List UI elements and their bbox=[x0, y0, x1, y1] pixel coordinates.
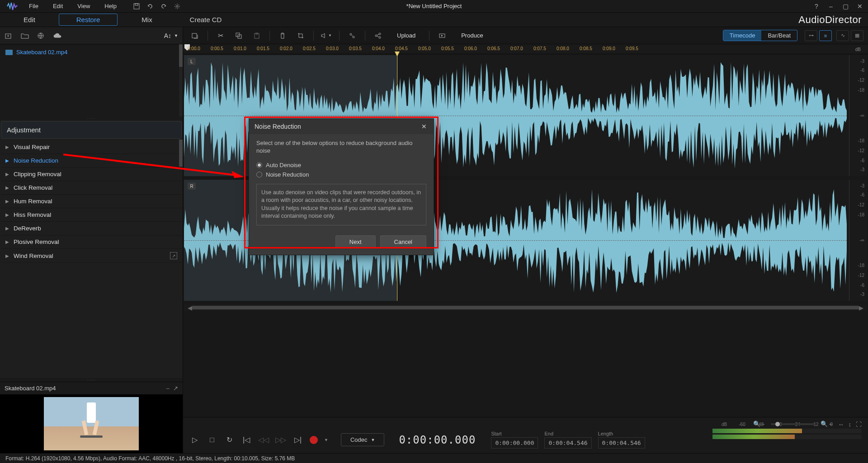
preview-video[interactable] bbox=[0, 394, 183, 453]
ruler-tick: 0:03.0 bbox=[326, 46, 339, 51]
skip-start-button[interactable]: |◁ bbox=[241, 435, 252, 445]
adj-hiss-removal[interactable]: ▶Hiss Removal bbox=[1, 208, 182, 222]
adj-hum-removal[interactable]: ▶Hum Removal bbox=[1, 195, 182, 208]
timecode-button[interactable]: Timecode bbox=[723, 30, 762, 41]
font-size-control[interactable]: A↕ bbox=[164, 32, 171, 39]
folder-icon[interactable] bbox=[21, 32, 29, 40]
timeline-ruler[interactable]: 0:00.00:00.50:01.00:01.50:02.00:02.50:03… bbox=[183, 44, 868, 54]
spectrogram-view-icon[interactable]: ▦ bbox=[851, 30, 863, 41]
effects-tool-icon[interactable] bbox=[345, 29, 359, 42]
zoom-fit-h-icon[interactable]: ↔ bbox=[838, 421, 844, 428]
cut-tool-icon[interactable]: ✂ bbox=[213, 29, 228, 42]
minimize-icon[interactable]: – bbox=[826, 2, 835, 11]
next-button[interactable]: Next bbox=[335, 235, 376, 248]
menu-help[interactable]: Help bbox=[97, 3, 124, 9]
timeline-horizontal-scrollbar[interactable]: ◀ ▶ bbox=[184, 304, 867, 311]
rewind-button[interactable]: ◁◁ bbox=[258, 435, 269, 445]
adjustment-scrollbar[interactable] bbox=[179, 140, 183, 167]
app-logo bbox=[4, 0, 22, 13]
file-list: Skateboard 02.mp4 bbox=[0, 44, 183, 117]
share-icon[interactable] bbox=[371, 29, 385, 42]
delete-tool-icon[interactable] bbox=[275, 29, 290, 42]
stop-button[interactable]: □ bbox=[207, 435, 217, 445]
skip-end-button[interactable]: ▷| bbox=[292, 435, 303, 445]
zoom-out-icon[interactable]: 🔍－ bbox=[753, 420, 766, 428]
minimize-preview-icon[interactable]: – bbox=[166, 385, 170, 392]
chevron-right-icon: ▶ bbox=[5, 185, 9, 190]
tab-create-cd[interactable]: Create CD bbox=[176, 13, 235, 26]
import-icon[interactable] bbox=[5, 32, 13, 40]
record-dropdown-icon[interactable]: ▼ bbox=[324, 438, 328, 442]
time-mode-toggle: Timecode Bar/Beat bbox=[723, 30, 797, 41]
globe-icon[interactable] bbox=[37, 32, 45, 40]
loop-button[interactable]: ↻ bbox=[224, 435, 235, 445]
barbeat-button[interactable]: Bar/Beat bbox=[761, 30, 797, 41]
play-button[interactable]: ▷ bbox=[189, 435, 200, 445]
end-value[interactable]: 0:00:04.546 bbox=[544, 437, 591, 449]
cancel-button[interactable]: Cancel bbox=[380, 235, 426, 248]
crop-tool-icon[interactable] bbox=[293, 29, 308, 42]
end-label: End bbox=[544, 431, 591, 436]
spectral-view-icon[interactable]: ∿ bbox=[836, 30, 849, 41]
tab-restore[interactable]: Restore bbox=[59, 14, 118, 26]
undo-icon[interactable] bbox=[146, 3, 154, 10]
adj-noise-reduction[interactable]: ▶Noise Reduction bbox=[1, 154, 182, 168]
redo-icon[interactable] bbox=[160, 3, 167, 10]
copy-tool-icon[interactable] bbox=[231, 29, 246, 42]
close-icon[interactable]: ✕ bbox=[855, 2, 864, 11]
ruler-tick: 0:09.5 bbox=[626, 46, 638, 51]
settings-icon[interactable] bbox=[174, 3, 181, 10]
menu-view[interactable]: View bbox=[70, 3, 97, 9]
svg-rect-0 bbox=[134, 4, 139, 9]
adj-plosive-removal[interactable]: ▶Plosive Removal bbox=[1, 235, 182, 249]
popout-icon[interactable]: ↗ bbox=[170, 252, 177, 259]
file-scrollbar[interactable] bbox=[179, 44, 183, 117]
select-tool-icon[interactable] bbox=[188, 29, 202, 42]
paste-tool-icon[interactable] bbox=[250, 29, 264, 42]
dual-view-icon[interactable]: ≡ bbox=[819, 30, 832, 41]
menu-edit[interactable]: Edit bbox=[46, 3, 70, 9]
tab-mix[interactable]: Mix bbox=[118, 13, 176, 26]
zoom-fit-icon[interactable]: ⛶ bbox=[856, 421, 862, 428]
length-value: 0:00:04.546 bbox=[598, 437, 645, 449]
file-item[interactable]: Skateboard 02.mp4 bbox=[3, 47, 180, 57]
dialog-close-button[interactable]: ✕ bbox=[420, 122, 428, 131]
time-display: 0:00:00.000 bbox=[399, 434, 476, 446]
help-icon[interactable]: ? bbox=[812, 2, 821, 11]
adj-dereverb[interactable]: ▶DeReverb bbox=[1, 222, 182, 235]
cloud-icon[interactable] bbox=[53, 32, 61, 40]
ruler-tick: 0:07.0 bbox=[510, 46, 523, 51]
produce-button[interactable]: Produce bbox=[453, 30, 491, 41]
menu-file[interactable]: File bbox=[22, 3, 46, 9]
adj-wind-removal[interactable]: ▶Wind Removal↗ bbox=[1, 249, 182, 263]
radio-noise-reduction[interactable]: Noise Reduction bbox=[256, 170, 426, 179]
forward-button[interactable]: ▷▷ bbox=[275, 435, 286, 445]
start-value[interactable]: 0:00:00.000 bbox=[491, 437, 538, 449]
zoom-fit-v-icon[interactable]: ↕ bbox=[849, 421, 852, 428]
adj-clipping-removal[interactable]: ▶Clipping Removal bbox=[1, 168, 182, 181]
produce-icon[interactable] bbox=[435, 29, 449, 42]
record-button[interactable] bbox=[310, 436, 318, 444]
adj-visual-repair[interactable]: ▶Visual Repair bbox=[1, 140, 182, 154]
codec-button[interactable]: Codec▼ bbox=[341, 433, 385, 446]
panel-resize-handle-2[interactable]: ···· bbox=[0, 378, 183, 382]
ruler-tick: 0:01.5 bbox=[257, 46, 269, 51]
upload-button[interactable]: Upload bbox=[389, 30, 424, 41]
waveform-view-icon[interactable]: ⊶ bbox=[805, 30, 817, 41]
ruler-tick: 0:04.5 bbox=[395, 46, 408, 51]
maximize-icon[interactable]: ▢ bbox=[841, 2, 850, 11]
zoom-slider[interactable] bbox=[771, 423, 816, 425]
adj-click-removal[interactable]: ▶Click Removal bbox=[1, 181, 182, 195]
meter-bar-right bbox=[712, 435, 862, 439]
tab-edit[interactable]: Edit bbox=[0, 13, 59, 26]
start-label: Start bbox=[491, 431, 538, 436]
font-dropdown-icon[interactable]: ▼ bbox=[174, 33, 178, 38]
chevron-right-icon: ▶ bbox=[5, 172, 9, 177]
volume-tool-icon[interactable]: ▼ bbox=[319, 29, 334, 42]
popout-preview-icon[interactable]: ↗ bbox=[173, 385, 178, 392]
panel-resize-handle[interactable]: ···· bbox=[0, 117, 183, 120]
radio-auto-denoise[interactable]: Auto Denoise bbox=[256, 160, 426, 170]
zoom-in-icon[interactable]: 🔍＋ bbox=[821, 420, 834, 428]
save-icon[interactable] bbox=[133, 3, 140, 10]
svg-rect-1 bbox=[135, 4, 138, 5]
